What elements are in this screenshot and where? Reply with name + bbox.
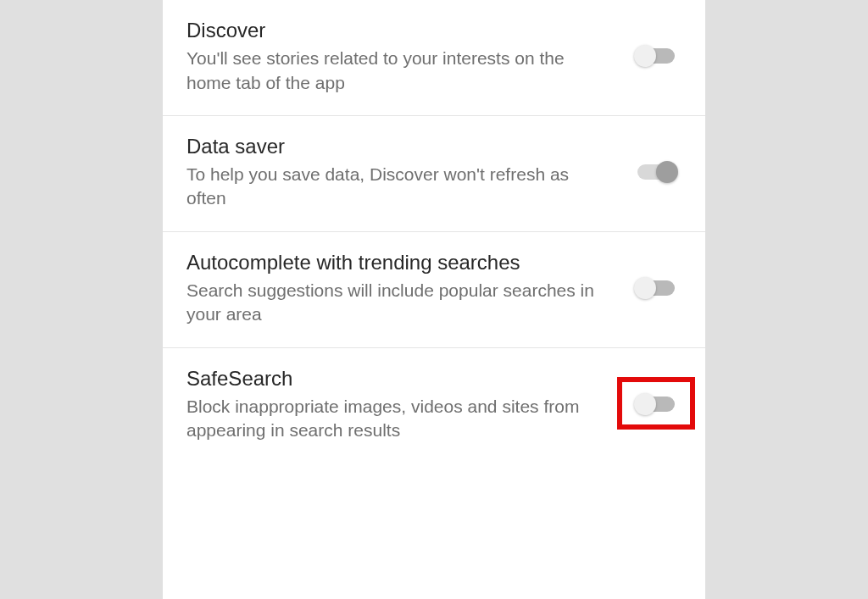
setting-text: SafeSearch Block inappropriate images, v… (186, 365, 631, 443)
toggle-autocomplete[interactable] (631, 273, 682, 303)
toggle-discover[interactable] (631, 41, 682, 71)
toggle-track (637, 48, 675, 64)
setting-text: Discover You'll see stories related to y… (186, 17, 631, 95)
setting-safesearch[interactable]: SafeSearch Block inappropriate images, v… (163, 348, 705, 463)
toggle-track (637, 280, 675, 296)
setting-autocomplete[interactable]: Autocomplete with trending searches Sear… (163, 232, 705, 348)
setting-title: SafeSearch (186, 365, 610, 391)
toggle-track (637, 397, 675, 412)
setting-description: Block inappropriate images, videos and s… (186, 395, 610, 443)
toggle-thumb (634, 277, 656, 299)
toggle-thumb (634, 45, 656, 67)
setting-text: Autocomplete with trending searches Sear… (186, 249, 631, 327)
toggle-track (637, 164, 675, 180)
setting-text: Data saver To help you save data, Discov… (186, 133, 631, 211)
setting-data-saver[interactable]: Data saver To help you save data, Discov… (163, 116, 705, 232)
toggle-thumb (656, 161, 678, 183)
setting-description: To help you save data, Discover won't re… (186, 163, 610, 211)
toggle-data-saver[interactable] (631, 157, 682, 187)
setting-discover[interactable]: Discover You'll see stories related to y… (163, 0, 705, 116)
toggle-safesearch[interactable] (631, 389, 682, 419)
toggle-thumb (634, 393, 656, 415)
setting-title: Autocomplete with trending searches (186, 249, 610, 275)
setting-description: You'll see stories related to your inter… (186, 47, 610, 95)
setting-title: Discover (186, 17, 610, 43)
setting-title: Data saver (186, 133, 610, 159)
setting-description: Search suggestions will include popular … (186, 279, 610, 327)
settings-panel: Discover You'll see stories related to y… (163, 0, 705, 599)
